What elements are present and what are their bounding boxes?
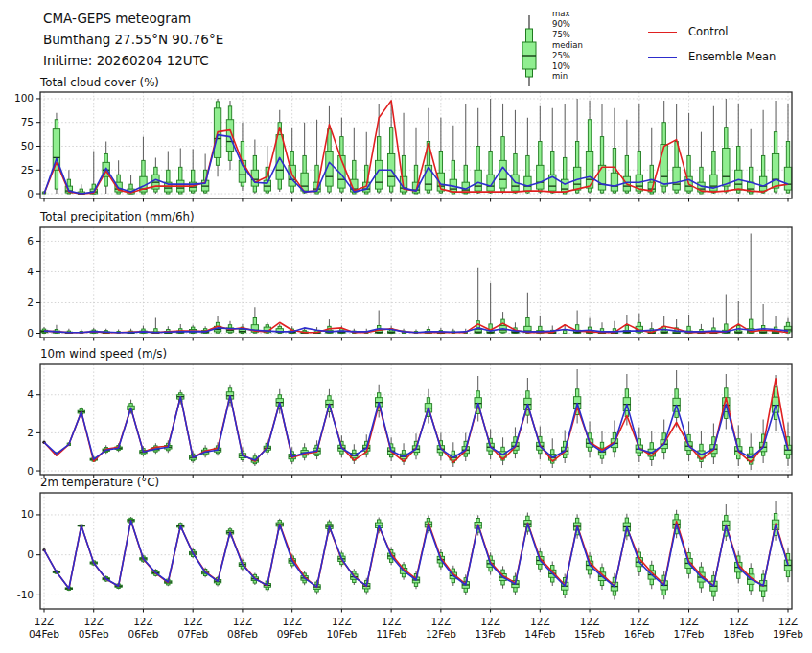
meteogram-page: CMA-GEPS meteogram Bumthang 27.55°N 90.7… — [0, 0, 812, 653]
svg-text:75: 75 — [21, 116, 34, 128]
svg-text:08Feb: 08Feb — [227, 628, 258, 640]
svg-text:-10: -10 — [17, 589, 34, 600]
svg-text:09Feb: 09Feb — [277, 628, 308, 640]
svg-text:100: 100 — [14, 92, 34, 104]
svg-text:0: 0 — [27, 188, 34, 199]
svg-text:12Z: 12Z — [480, 616, 500, 627]
svg-text:12Z: 12Z — [431, 616, 452, 627]
svg-text:12Feb: 12Feb — [426, 628, 456, 640]
svg-text:0: 0 — [27, 548, 34, 560]
svg-text:05Feb: 05Feb — [79, 628, 109, 640]
svg-text:14Feb: 14Feb — [524, 628, 555, 640]
svg-text:12Z: 12Z — [530, 616, 550, 627]
svg-text:50: 50 — [21, 140, 34, 152]
svg-text:0: 0 — [27, 327, 34, 338]
svg-text:12Z: 12Z — [233, 616, 253, 627]
svg-text:13Feb: 13Feb — [476, 628, 506, 640]
svg-text:2: 2 — [27, 296, 34, 308]
svg-text:25: 25 — [21, 164, 34, 175]
svg-text:12Z: 12Z — [83, 616, 104, 627]
svg-text:10Feb: 10Feb — [326, 628, 357, 640]
svg-text:12Z: 12Z — [630, 616, 650, 627]
svg-text:12Z: 12Z — [282, 616, 302, 627]
svg-text:4: 4 — [27, 388, 34, 400]
svg-text:17Feb: 17Feb — [674, 628, 705, 640]
svg-text:2: 2 — [27, 427, 34, 438]
svg-text:12Z: 12Z — [332, 616, 352, 627]
svg-text:07Feb: 07Feb — [177, 628, 208, 640]
svg-text:12Z: 12Z — [778, 616, 799, 627]
svg-text:16Feb: 16Feb — [624, 628, 655, 640]
svg-text:04Feb: 04Feb — [29, 628, 59, 640]
svg-text:6: 6 — [27, 235, 34, 246]
svg-text:12Z: 12Z — [35, 616, 55, 627]
svg-text:12Z: 12Z — [580, 616, 600, 627]
svg-text:12Z: 12Z — [183, 616, 203, 627]
svg-text:10: 10 — [21, 508, 34, 520]
svg-text:18Feb: 18Feb — [723, 628, 754, 640]
svg-text:12Z: 12Z — [382, 616, 402, 627]
svg-text:15Feb: 15Feb — [574, 628, 605, 640]
svg-text:0: 0 — [27, 465, 34, 477]
svg-text:06Feb: 06Feb — [128, 628, 158, 640]
svg-text:12Z: 12Z — [729, 616, 749, 627]
svg-text:12Z: 12Z — [133, 616, 153, 627]
meteogram-canvas: 02550751000246024-1001012Z04Feb12Z05Feb1… — [0, 0, 812, 653]
svg-text:12Z: 12Z — [679, 616, 699, 627]
svg-text:19Feb: 19Feb — [773, 628, 803, 640]
svg-text:11Feb: 11Feb — [376, 628, 406, 640]
svg-text:4: 4 — [27, 266, 34, 277]
